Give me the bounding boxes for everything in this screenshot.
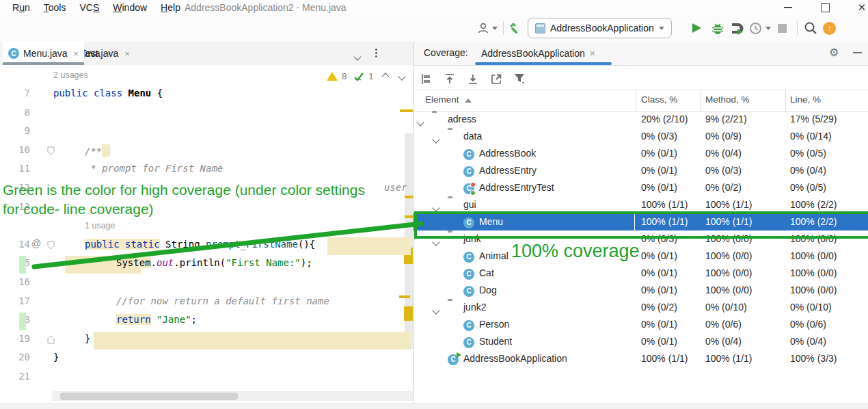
coverage-row-dog[interactable]: CDog0% (0/1)100% (0/0)100% (0/0)	[413, 282, 868, 299]
coverage-row-addressentry[interactable]: CAddressEntry0% (0/1)0% (0/3)0% (0/4)	[413, 162, 868, 179]
coverage-row-cat[interactable]: CCat0% (0/1)100% (0/0)100% (0/0)	[413, 265, 868, 282]
filter-icon[interactable]	[513, 72, 527, 85]
coverage-row-animal[interactable]: CAnimal0% (0/1)100% (0/0)100% (0/0)	[413, 248, 868, 265]
column-class[interactable]: Class, %	[641, 94, 677, 105]
expand-chevron-icon[interactable]	[418, 116, 423, 127]
profiler-clock-icon	[749, 22, 762, 35]
run-configuration-label: AddressBookApplication	[550, 23, 654, 34]
coverage-row-addressbookapplication[interactable]: CAddressBookApplication100% (1/1)100% (1…	[413, 350, 868, 367]
code-line-9[interactable]: 9	[0, 123, 413, 142]
code-line-20[interactable]: 20}	[0, 349, 413, 369]
navigate-up-icon[interactable]	[444, 73, 456, 85]
stop-button[interactable]	[778, 15, 787, 41]
code-editor[interactable]: 7public class Menu {8910/**11 * prompt f…	[0, 65, 413, 404]
export-report-icon[interactable]	[490, 73, 502, 85]
menu-vcs[interactable]: VCS	[72, 0, 106, 15]
search-everywhere-button[interactable]	[804, 15, 817, 41]
code-text: /**	[85, 144, 110, 157]
coverage-row-menu[interactable]: CMenu100% (1/1)100% (1/1)100% (2/2)	[413, 213, 868, 230]
column-element[interactable]: Element	[425, 94, 472, 105]
coverage-row-junk2[interactable]: junk20% (0/2)0% (0/10)0% (0/10)	[413, 299, 868, 316]
gear-icon[interactable]: ⚙	[829, 46, 839, 59]
navigate-down-icon[interactable]	[467, 73, 479, 85]
prev-problem-chevron-icon[interactable]	[382, 72, 390, 80]
debug-button[interactable]	[711, 15, 724, 41]
column-method[interactable]: Method, %	[705, 94, 750, 105]
hide-panel-button[interactable]	[853, 52, 862, 53]
profiler-button[interactable]	[749, 15, 771, 41]
coverage-row-addressentrytest[interactable]: CAddressEntryTest0% (0/1)0% (0/2)0% (0/5…	[413, 179, 868, 196]
class-percent: 100% (1/1)	[641, 353, 688, 364]
class-percent: 0% (0/3)	[641, 233, 677, 244]
column-line[interactable]: Line, %	[790, 94, 821, 105]
code-line-7[interactable]: 7public class Menu {	[0, 85, 413, 105]
element-name: junk	[463, 233, 481, 244]
tab-menu-java[interactable]: CMenu.java×	[3, 42, 84, 65]
coverage-row-junk[interactable]: junk0% (0/3)100% (0/0)100% (0/0)	[413, 230, 868, 248]
line-percent: 100% (3/3)	[790, 353, 837, 364]
coverage-row-data[interactable]: data0% (0/3)0% (0/9)0% (0/14)	[413, 128, 868, 145]
method-percent: 0% (0/10)	[705, 302, 747, 313]
coverage-row-person[interactable]: CPerson0% (0/1)0% (0/6)0% (0/6)	[413, 316, 868, 333]
line-percent: 17% (5/29)	[790, 114, 837, 124]
ide-window: RunToolsVCSWindowHelp AddressBookApplica…	[0, 0, 868, 409]
expand-chevron-icon[interactable]	[433, 304, 439, 315]
annotation-note-line1: Green is the color for high coverage (un…	[3, 182, 365, 198]
maximize-button[interactable]	[813, 0, 837, 15]
fold-up-icon[interactable]	[46, 335, 55, 344]
column-divider	[701, 90, 701, 111]
inspections-widget[interactable]: 8 1	[327, 71, 405, 81]
code-line-17[interactable]: 17//for now return a default first name	[0, 293, 413, 313]
hidden-tabs-button[interactable]	[355, 50, 360, 62]
tab-close-icon[interactable]: ×	[124, 49, 130, 59]
close-suite-icon[interactable]: ×	[590, 48, 595, 59]
code-line-19[interactable]: 19}	[0, 331, 413, 350]
close-button[interactable]: ✕	[856, 0, 868, 15]
minimize-button[interactable]	[776, 0, 800, 15]
usages-inlay-hint[interactable]: 2 usages	[53, 70, 88, 80]
run-configuration-select[interactable]: AddressBookApplication	[528, 18, 672, 38]
code-line-21[interactable]: 21	[0, 369, 413, 388]
tab-close-icon[interactable]: ×	[74, 49, 79, 59]
typo-check-icon	[353, 72, 364, 81]
code-line-8[interactable]: 8	[0, 105, 413, 124]
code-line-16[interactable]: 16	[0, 274, 413, 293]
update-notification-button[interactable]: ↑	[823, 15, 836, 41]
flatten-packages-icon[interactable]	[420, 73, 433, 85]
expand-chevron-icon[interactable]	[433, 133, 439, 144]
line-percent: 0% (0/10)	[790, 302, 832, 313]
menu-window[interactable]: Window	[106, 0, 154, 15]
run-with-coverage-button[interactable]	[730, 15, 744, 41]
expand-chevron-icon[interactable]	[433, 202, 439, 213]
vcs-user-button[interactable]	[477, 15, 498, 41]
kebab-menu-icon	[375, 49, 377, 57]
code-line-18[interactable]: 18return "Jane";	[0, 312, 413, 331]
run-button[interactable]	[691, 15, 703, 41]
menu-tools[interactable]: Tools	[37, 0, 73, 15]
row-icon-host: C	[463, 336, 474, 348]
code-line-10[interactable]: 10/**	[0, 142, 413, 161]
coverage-row-gui[interactable]: gui100% (1/1)100% (1/1)100% (2/2)	[413, 196, 868, 213]
fold-down-icon[interactable]	[46, 146, 55, 155]
coverage-row-student[interactable]: CStudent0% (0/1)0% (0/4)0% (0/4)	[413, 333, 868, 350]
coverage-row-addressbook[interactable]: CAddressBook0% (0/1)0% (0/4)0% (0/5)	[413, 145, 868, 162]
usage-inlay-hint[interactable]: 1 usage	[85, 221, 115, 230]
menu-help[interactable]: Help	[154, 0, 187, 15]
coverage-row-adress[interactable]: adress20% (2/10)9% (2/21)17% (5/29)	[413, 111, 868, 128]
code-line-14[interactable]: 14@public static String prompt_FirstName…	[0, 237, 413, 256]
code-token: {	[151, 88, 163, 98]
coverage-suite-tab[interactable]: AddressBookApplication ×	[477, 42, 599, 65]
fold-down-icon[interactable]	[46, 241, 55, 250]
code-token: .	[151, 257, 157, 268]
code-line-inlay[interactable]: 1 usage	[0, 217, 413, 237]
menu-run[interactable]: Run	[5, 0, 37, 15]
code-line-15[interactable]: 15System.out.println("First Name:");	[0, 255, 413, 274]
expand-chevron-icon[interactable]	[433, 236, 439, 247]
editor-options-button[interactable]	[375, 49, 377, 57]
next-problem-chevron-icon[interactable]	[398, 72, 406, 80]
code-line-11[interactable]: 11 * prompt for First Name	[0, 161, 413, 180]
build-button[interactable]	[507, 15, 521, 41]
line-percent: 100% (2/2)	[790, 216, 837, 227]
coverage-suite-name: AddressBookApplication	[481, 48, 585, 59]
horizontal-scrollbar-thumb[interactable]	[60, 393, 238, 400]
